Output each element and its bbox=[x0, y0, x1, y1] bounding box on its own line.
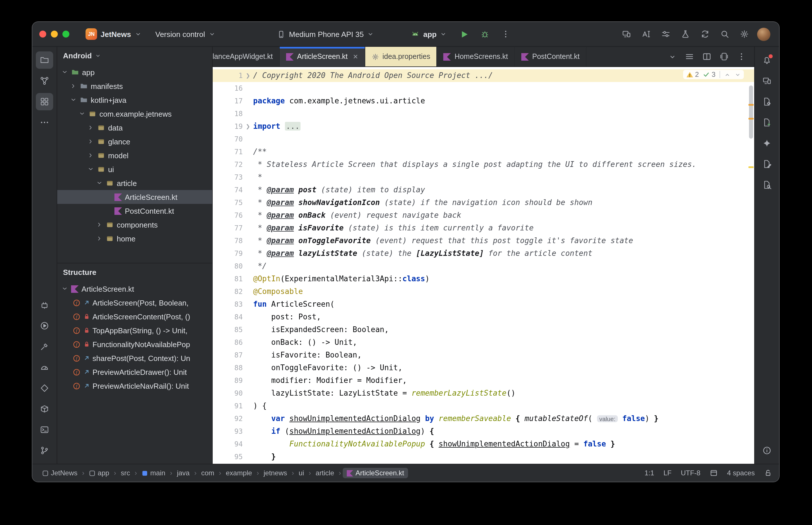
line-separator-widget[interactable]: LF bbox=[663, 469, 671, 477]
indent-widget[interactable]: 4 spaces bbox=[727, 469, 755, 477]
code-line-87[interactable]: 87 isFavorite: Boolean, bbox=[213, 349, 754, 362]
code-line-80[interactable]: 80 */ bbox=[213, 260, 754, 273]
vcs-widget[interactable]: Version control bbox=[151, 27, 220, 41]
line-number-74[interactable]: 74 bbox=[213, 184, 243, 196]
line-number-91[interactable]: 91 bbox=[213, 400, 243, 412]
device-file-explorer-button[interactable] bbox=[758, 114, 776, 131]
breadcrumb-ui[interactable]: ui bbox=[296, 468, 307, 478]
breadcrumb-article[interactable]: article bbox=[313, 468, 337, 478]
code-line-90[interactable]: 90 lazyListState: LazyListState = rememb… bbox=[213, 387, 754, 400]
project-item-data[interactable]: data bbox=[57, 121, 212, 135]
device-manager-button[interactable] bbox=[758, 72, 776, 90]
code-line-86[interactable]: 86 onBack: () -> Unit, bbox=[213, 336, 754, 349]
project-item-postcontent-kt[interactable]: PostContent.kt bbox=[57, 204, 212, 218]
structure-item-sharepost-post-context-un[interactable]: fsharePost(Post, Context): Un bbox=[57, 351, 212, 365]
code-line-79[interactable]: 79 * @param lazyListState (state) the [L… bbox=[213, 247, 754, 260]
code-line-74[interactable]: 74 * @param post (state) item to display bbox=[213, 184, 754, 196]
code-line-76[interactable]: 76 * @param onBack (event) request navig… bbox=[213, 209, 754, 222]
breadcrumb-articlescreen-kt[interactable]: ArticleScreen.kt bbox=[343, 468, 408, 478]
profile-button[interactable] bbox=[756, 26, 772, 42]
layout-inspector-button[interactable] bbox=[758, 155, 776, 173]
more-options-button[interactable] bbox=[734, 48, 750, 65]
fold-marker-icon[interactable]: ❯ bbox=[243, 73, 253, 78]
expand-arrow-icon[interactable] bbox=[95, 222, 103, 228]
project-tool-button[interactable] bbox=[36, 51, 53, 69]
run-configuration-selector[interactable]: app bbox=[407, 27, 452, 41]
collapse-arrow-icon[interactable] bbox=[61, 69, 68, 75]
debug-button[interactable] bbox=[477, 26, 493, 42]
more-actions-button[interactable] bbox=[498, 26, 514, 42]
structure-item-articlescreencontent-post[interactable]: fArticleScreenContent(Post, () bbox=[57, 310, 212, 324]
code-assistant-button[interactable] bbox=[638, 26, 654, 42]
line-number-89[interactable]: 89 bbox=[213, 374, 243, 387]
commit-tool-button[interactable] bbox=[36, 72, 53, 90]
line-number-80[interactable]: 80 bbox=[213, 260, 243, 273]
line-number-95[interactable]: 95 bbox=[213, 450, 243, 463]
project-widget[interactable]: JN JetNews bbox=[81, 26, 146, 42]
expand-arrow-icon[interactable] bbox=[87, 152, 94, 158]
warning-stripe-mark[interactable] bbox=[749, 166, 754, 168]
structure-item-topappbar-string-unit[interactable]: fTopAppBar(String, () -> Unit, bbox=[57, 324, 212, 337]
line-number-71[interactable]: 71 bbox=[213, 146, 243, 158]
line-number-88[interactable]: 88 bbox=[213, 362, 243, 374]
code-line-77[interactable]: 77 * @param isFavorite (state) is this i… bbox=[213, 222, 754, 235]
search-everywhere-button[interactable] bbox=[717, 26, 733, 42]
line-number-76[interactable]: 76 bbox=[213, 209, 243, 222]
line-number-84[interactable]: 84 bbox=[213, 311, 243, 324]
breadcrumb-app[interactable]: app bbox=[86, 468, 112, 478]
project-item-app[interactable]: app bbox=[57, 65, 212, 79]
code-line-92[interactable]: 92 var showUnimplementedActionDialog by … bbox=[213, 412, 754, 425]
sync-project-button[interactable] bbox=[697, 26, 713, 42]
collapse-arrow-icon[interactable] bbox=[78, 111, 86, 117]
device-preview-button[interactable] bbox=[716, 48, 732, 65]
terminal-button[interactable] bbox=[36, 421, 53, 438]
line-number-79[interactable]: 79 bbox=[213, 247, 243, 260]
code-line-16[interactable]: 16 bbox=[213, 82, 754, 95]
code-line-82[interactable]: 82@Composable bbox=[213, 285, 754, 298]
problems-button[interactable] bbox=[758, 442, 776, 459]
expand-arrow-icon[interactable] bbox=[87, 125, 94, 131]
code-line-75[interactable]: 75 * @param showNavigationIcon (state) i… bbox=[213, 196, 754, 209]
line-number-94[interactable]: 94 bbox=[213, 438, 243, 450]
collapse-arrow-icon[interactable] bbox=[69, 97, 77, 103]
line-number-86[interactable]: 86 bbox=[213, 336, 243, 349]
line-number-87[interactable]: 87 bbox=[213, 349, 243, 362]
breadcrumb-main[interactable]: main bbox=[139, 468, 168, 478]
warning-stripe-mark[interactable] bbox=[749, 104, 754, 106]
code-line-84[interactable]: 84 post: Post, bbox=[213, 311, 754, 324]
breadcrumb-src[interactable]: src bbox=[118, 468, 133, 478]
project-item-article[interactable]: article bbox=[57, 176, 212, 190]
device-selector[interactable]: Medium Phone API 35 bbox=[272, 27, 379, 41]
code-line-83[interactable]: 83fun ArticleScreen( bbox=[213, 298, 754, 311]
expand-arrow-icon[interactable] bbox=[69, 83, 77, 89]
line-number-18[interactable]: 18 bbox=[213, 107, 243, 120]
code-line-81[interactable]: 81@OptIn(ExperimentalMaterial3Api::class… bbox=[213, 273, 754, 285]
run-tool-button[interactable] bbox=[36, 317, 53, 334]
build-tool-button[interactable] bbox=[36, 338, 53, 355]
structure-root-articlescreen-kt[interactable]: ArticleScreen.kt bbox=[57, 282, 212, 296]
line-number-85[interactable]: 85 bbox=[213, 324, 243, 336]
profiler-button[interactable] bbox=[36, 359, 53, 376]
structure-item-previewarticledrawer-unit[interactable]: fPreviewArticleDrawer(): Unit bbox=[57, 365, 212, 379]
view-options-button[interactable] bbox=[658, 26, 674, 42]
line-number-92[interactable]: 92 bbox=[213, 412, 243, 425]
device-explorer-button[interactable] bbox=[36, 296, 53, 314]
editor-tab-articlescreen-kt[interactable]: ArticleScreen.kt✕ bbox=[280, 47, 365, 66]
inspection-widget[interactable]: 2 3 bbox=[683, 70, 744, 79]
code-line-17[interactable]: 17package com.example.jetnews.ui.article bbox=[213, 95, 754, 107]
editor-tab-homescreens-kt[interactable]: HomeScreens.kt bbox=[437, 47, 515, 66]
code-line-89[interactable]: 89 modifier: Modifier = Modifier, bbox=[213, 374, 754, 387]
structure-item-functionalitynotavailablepop[interactable]: fFunctionalityNotAvailablePop bbox=[57, 337, 212, 351]
editor-tab-glanceappwidget-kt[interactable]: GlanceAppWidget.kt bbox=[213, 47, 280, 66]
editor-scrollbar-thumb[interactable] bbox=[749, 86, 753, 139]
find-tool-button[interactable] bbox=[758, 176, 776, 194]
unlock-icon[interactable] bbox=[764, 469, 772, 477]
collapse-arrow-icon[interactable] bbox=[95, 180, 103, 186]
project-item-articlescreen-kt[interactable]: ArticleScreen.kt bbox=[57, 190, 212, 204]
code-line-95[interactable]: 95 } bbox=[213, 450, 754, 463]
code-line-91[interactable]: 91) { bbox=[213, 400, 754, 412]
app-inspection-button[interactable] bbox=[36, 379, 53, 397]
minimize-window-button[interactable] bbox=[51, 31, 58, 38]
line-number-75[interactable]: 75 bbox=[213, 196, 243, 209]
settings-button[interactable] bbox=[736, 26, 752, 42]
